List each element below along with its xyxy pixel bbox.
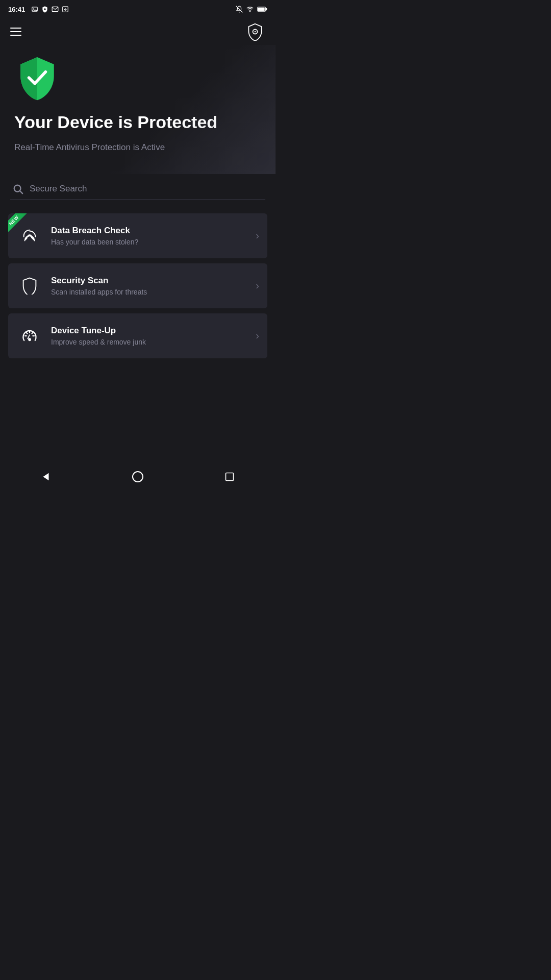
svg-point-12 [255, 31, 256, 33]
card-subtitle-scan: Scan installed apps for threats [51, 288, 252, 296]
search-bar[interactable]: Secure Search [10, 179, 265, 200]
card-title-breach: Data Breach Check [51, 226, 252, 236]
svg-rect-10 [258, 8, 265, 11]
header-shield-icon[interactable] [245, 21, 265, 42]
card-icon-area-scan [16, 273, 43, 299]
shield-check-icon [14, 55, 60, 101]
card-text-scan: Security Scan Scan installed apps for th… [51, 276, 252, 296]
bottom-navigation [0, 463, 276, 490]
svg-marker-21 [43, 473, 49, 481]
hero-title: Your Device is Protected [14, 112, 261, 132]
hero-subtitle: Real-Time Antivirus Protection is Active [14, 141, 261, 154]
security-scan-card[interactable]: Security Scan Scan installed apps for th… [8, 263, 267, 308]
card-icon-area-tuneup [16, 323, 43, 349]
search-container: Secure Search [0, 174, 276, 208]
chevron-right-icon-scan: › [256, 280, 259, 291]
back-button[interactable] [37, 468, 55, 486]
svg-line-6 [236, 6, 243, 13]
menu-button[interactable] [10, 28, 21, 36]
svg-line-19 [27, 333, 28, 334]
svg-line-20 [32, 333, 33, 334]
data-breach-check-card[interactable]: NEW Data Breach Check Has your data been… [8, 213, 267, 258]
card-title-tuneup: Device Tune-Up [51, 326, 252, 336]
svg-rect-23 [226, 473, 234, 481]
battery-icon [257, 6, 267, 13]
hamburger-line-1 [10, 28, 21, 29]
app-header [0, 18, 276, 45]
hero-section: Your Device is Protected Real-Time Antiv… [0, 45, 276, 174]
card-title-scan: Security Scan [51, 276, 252, 286]
card-text-breach: Data Breach Check Has your data been sto… [51, 226, 252, 246]
hamburger-line-2 [10, 31, 21, 32]
wifi-icon [246, 6, 254, 13]
shield-container [14, 55, 261, 103]
svg-point-15 [29, 338, 31, 340]
hamburger-line-3 [10, 35, 21, 36]
status-time: 16:41 [8, 6, 25, 13]
status-icons-left [31, 6, 69, 13]
svg-point-1 [33, 8, 34, 9]
device-tuneup-card[interactable]: Device Tune-Up Improve speed & remove ju… [8, 313, 267, 358]
card-subtitle-tuneup: Improve speed & remove junk [51, 338, 252, 346]
card-text-tuneup: Device Tune-Up Improve speed & remove ju… [51, 326, 252, 346]
svg-rect-9 [266, 8, 267, 10]
search-icon [12, 183, 23, 194]
cards-container: NEW Data Breach Check Has your data been… [0, 208, 276, 363]
svg-line-14 [20, 191, 22, 193]
svg-point-22 [133, 472, 143, 482]
shield-status-icon [41, 6, 48, 13]
status-icons-right [236, 6, 267, 13]
mail-icon [52, 6, 59, 13]
card-subtitle-breach: Has your data been stolen? [51, 238, 252, 246]
bell-off-icon [236, 6, 243, 13]
search-input[interactable]: Secure Search [30, 184, 87, 194]
chevron-right-icon-tuneup: › [256, 330, 259, 341]
svg-point-7 [249, 11, 250, 12]
svg-point-2 [44, 8, 46, 10]
recent-apps-button[interactable] [220, 468, 239, 486]
chevron-right-icon-breach: › [256, 230, 259, 241]
photo-icon [31, 6, 38, 13]
home-button[interactable] [129, 468, 147, 486]
download-icon [62, 6, 69, 13]
card-icon-area-breach [16, 223, 43, 249]
status-bar: 16:41 [0, 0, 276, 18]
